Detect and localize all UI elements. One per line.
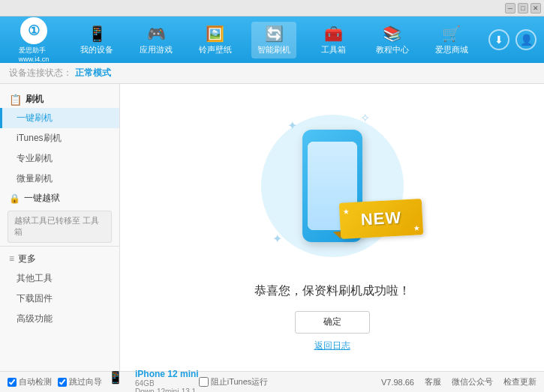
store-icon: 🛒 (442, 25, 461, 43)
customer-service-link[interactable]: 客服 (425, 376, 441, 388)
maximize-btn[interactable]: □ (518, 3, 528, 13)
device-name: iPhone 12 mini (135, 369, 199, 379)
status-value: 正常模式 (75, 67, 111, 79)
nav-store[interactable]: 🛒 爱思商城 (429, 22, 474, 58)
logo-icon: ① (20, 17, 47, 44)
device-row: 📱 iPhone 12 mini 64GB Down-12mini-13,1 (108, 367, 199, 393)
confirm-button[interactable]: 确定 (295, 311, 370, 334)
wizard-label: 跳过向导 (69, 376, 102, 388)
stop-itunes[interactable]: 阻止iTunes运行 (199, 376, 269, 388)
success-message: 恭喜您，保资料刷机成功啦！ (254, 283, 410, 299)
logo[interactable]: ① 爱思助手 www.i4.cn (8, 17, 60, 63)
sidebar-item-itunes-flash[interactable]: iTunes刷机 (0, 128, 119, 148)
nav-tutorial[interactable]: 📚 教程中心 (370, 22, 415, 58)
sidebar-item-advanced[interactable]: 高级功能 (0, 309, 119, 329)
flash-section-label: 刷机 (26, 93, 44, 106)
ringtone-icon: 🖼️ (206, 25, 224, 43)
store-label: 爱思商城 (435, 44, 468, 55)
more-section-icon: ≡ (9, 253, 14, 264)
star-right: ★ (413, 223, 420, 232)
wechat-official-link[interactable]: 微信公众号 (452, 376, 493, 388)
lock-icon: 🔒 (9, 193, 20, 204)
sidebar-item-other-tools[interactable]: 其他工具 (0, 268, 119, 289)
flash-section-icon: 📋 (9, 94, 22, 106)
content-area: ✦ ✧ ✦ ★ NEW ★ 恭喜您，保资料刷机成功啦！ 确定 返回日志 (120, 84, 544, 371)
nav-right: ⬇ 👤 (488, 29, 536, 50)
locked-label: 一键越狱 (24, 192, 60, 205)
back-link[interactable]: 返回日志 (314, 340, 350, 352)
main-layout: 📋 刷机 一键刷机 iTunes刷机 专业刷机 微量刷机 🔒 一键越狱 越狱工具… (0, 84, 544, 371)
close-btn[interactable]: ✕ (530, 3, 541, 13)
my-device-icon: 📱 (88, 25, 107, 43)
nav-app-games[interactable]: 🎮 应用游戏 (134, 22, 179, 58)
sparkle-2: ✧ (360, 111, 370, 125)
sidebar-item-one-click-flash[interactable]: 一键刷机 (0, 108, 119, 128)
device-firmware: Down-12mini-13,1 (135, 388, 199, 393)
auto-connect-checkbox[interactable]: 自动检测 (8, 376, 52, 388)
tutorial-label: 教程中心 (376, 44, 409, 55)
toolbox-icon: 🧰 (324, 25, 343, 43)
sparkle-1: ✦ (287, 118, 297, 133)
new-text: NEW (360, 208, 402, 229)
sidebar-section-more: ≡ 更多 (0, 250, 119, 268)
stop-itunes-label: 阻止iTunes运行 (211, 376, 269, 388)
bottom-left: 自动检测 跳过向导 📱 iPhone 12 mini 64GB Down-12m… (8, 367, 199, 393)
status-label: 设备连接状态： (9, 67, 72, 79)
device-info: iPhone 12 mini 64GB Down-12mini-13,1 (135, 369, 199, 393)
nav-toolbox[interactable]: 🧰 工具箱 (311, 22, 356, 58)
wizard-checkbox[interactable]: 跳过向导 (58, 376, 102, 388)
tutorial-icon: 📚 (383, 25, 401, 43)
sidebar-section-flash: 📋 刷机 (0, 88, 119, 108)
wizard-input[interactable] (58, 378, 67, 387)
status-bar: 设备连接状态： 正常模式 (0, 63, 544, 84)
stop-itunes-checkbox[interactable] (199, 377, 209, 387)
sidebar: 📋 刷机 一键刷机 iTunes刷机 专业刷机 微量刷机 🔒 一键越狱 越狱工具… (0, 84, 120, 371)
minimize-btn[interactable]: ─ (505, 3, 515, 13)
bottom-bar: 自动检测 跳过向导 📱 iPhone 12 mini 64GB Down-12m… (0, 371, 544, 392)
more-section-label: 更多 (18, 253, 36, 265)
nav-ringtone[interactable]: 🖼️ 铃声壁纸 (193, 22, 238, 58)
auto-connect-input[interactable] (8, 378, 17, 387)
sidebar-item-pro-flash[interactable]: 专业刷机 (0, 148, 119, 169)
sidebar-item-download-firmware[interactable]: 下载固件 (0, 289, 119, 309)
sidebar-locked-section: 🔒 一键越狱 (0, 189, 119, 208)
ringtone-label: 铃声壁纸 (199, 44, 232, 55)
version-text: V7.98.66 (381, 378, 414, 387)
user-btn[interactable]: 👤 (515, 29, 536, 50)
check-update-link[interactable]: 检查更新 (503, 376, 536, 388)
nav-my-device[interactable]: 📱 我的设备 (74, 22, 119, 58)
title-bar: ─ □ ✕ (0, 0, 544, 16)
new-ribbon: ★ NEW ★ (338, 199, 422, 239)
logo-text: 爱思助手 www.i4.cn (19, 46, 50, 63)
sidebar-item-preserve-flash[interactable]: 微量刷机 (0, 169, 119, 189)
device-phone-icon: 📱 (108, 370, 123, 385)
new-banner: ★ NEW ★ (340, 201, 415, 238)
nav-items: 📱 我的设备 🎮 应用游戏 🖼️ 铃声壁纸 🔄 智能刷机 🧰 工具箱 📚 教程中… (68, 22, 481, 58)
toolbox-label: 工具箱 (321, 44, 346, 55)
sparkle-3: ✦ (272, 232, 282, 246)
my-device-label: 我的设备 (80, 44, 113, 55)
download-btn[interactable]: ⬇ (488, 29, 509, 50)
star-left: ★ (342, 207, 350, 215)
top-nav: ① 爱思助手 www.i4.cn 📱 我的设备 🎮 应用游戏 🖼️ 铃声壁纸 🔄… (0, 16, 544, 63)
auto-connect-label: 自动检测 (19, 376, 52, 388)
sidebar-divider (0, 246, 119, 247)
app-games-icon: 🎮 (147, 25, 166, 43)
phone-illustration: ✦ ✧ ✦ ★ NEW ★ (257, 103, 407, 268)
bottom-right: V7.98.66 客服 微信公众号 检查更新 (381, 376, 536, 388)
nav-smart-flash[interactable]: 🔄 智能刷机 (251, 22, 296, 58)
device-storage: 64GB (135, 379, 199, 388)
smart-flash-icon: 🔄 (265, 25, 284, 43)
smart-flash-label: 智能刷机 (257, 44, 290, 55)
sidebar-notice: 越狱工具已转移至 工具箱 (8, 211, 112, 243)
app-games-label: 应用游戏 (140, 44, 173, 55)
